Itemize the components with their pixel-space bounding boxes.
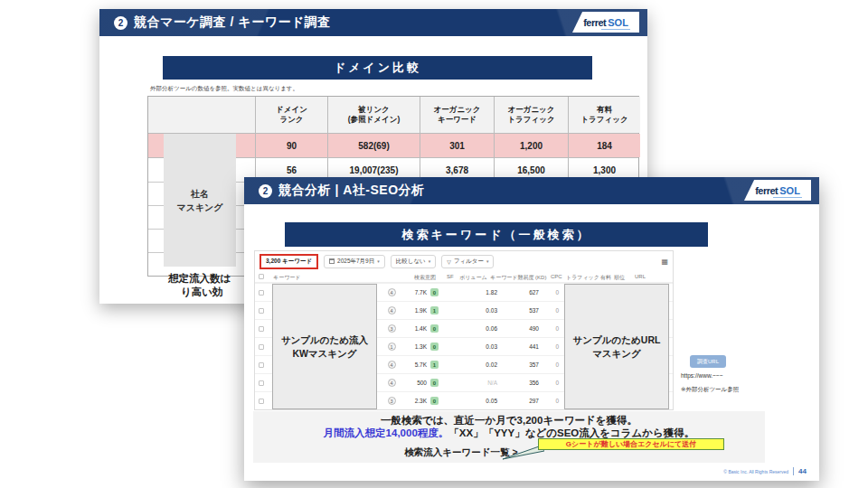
chevron-down-icon: ▾	[429, 258, 431, 264]
copyright-text: © Basic Inc. All Rights Reserved	[723, 469, 788, 474]
col-keyword: キーワード	[273, 274, 300, 282]
filter-label: フィルター	[454, 258, 484, 266]
col-cpc: CPC	[551, 274, 562, 279]
col-traffic: トラフィック	[566, 274, 599, 282]
col-position: 順位	[614, 274, 625, 282]
date-picker-chip[interactable]: 2025年7月9日 ▾	[324, 255, 385, 268]
ferret-sol-logo: ferret SOL	[744, 180, 811, 201]
row-checkbox[interactable]	[259, 308, 264, 314]
section-number-badge: 2	[114, 16, 127, 30]
domain-comparison-banner: ドメイン比較	[163, 56, 592, 80]
section-number-badge: 2	[259, 184, 272, 198]
seo-tool-screenshot: 3,200 キーワード 2025年7月9日 ▾ 比較しない ▾ ▽ フィルター …	[254, 250, 674, 410]
header-organic-keywords: オーガニック キーワード	[420, 97, 494, 133]
back-slide-header: 2 競合マーケ調査 / キーワード調査 ferret SOL	[99, 9, 647, 36]
logo-text-sol: SOL	[779, 185, 800, 196]
back-slide-note-fragment: り高い効	[181, 286, 223, 299]
front-slide-header: 2 競合分析 | A社-SEO分析 ferret SOL	[244, 177, 819, 204]
cell-backlinks: 582(69)	[327, 134, 420, 157]
company-name-mask: 社名 マスキング	[164, 134, 236, 267]
summary-highlight: 月間流入想定14,000程度。	[324, 427, 449, 438]
header-company	[148, 97, 255, 133]
select-all-checkbox[interactable]	[259, 274, 264, 279]
logo-text-ferret: ferret	[583, 17, 606, 28]
col-url: URL	[635, 274, 646, 279]
chevron-down-icon: ▾	[377, 258, 380, 264]
columns-settings-icon[interactable]: ▦	[661, 258, 668, 266]
col-volume: ボリューム	[459, 274, 487, 282]
search-keyword-banner: 検索キーワード（一般検索）	[285, 222, 708, 247]
row-checkbox[interactable]	[259, 399, 264, 404]
col-kd: キーワード難易度 (KD)	[490, 274, 546, 282]
keyword-count-highlight: 3,200 キーワード	[259, 254, 318, 269]
col-intent: 検索意図	[414, 274, 436, 282]
header-backlinks: 被リンク (参照ドメイン)	[327, 97, 420, 133]
gsheet-callout: Gシートが難しい場合エクセルにて送付	[538, 438, 724, 450]
logo-text-sol: SOL	[608, 17, 628, 28]
back-slide-title: 競合マーケ調査 / キーワード調査	[134, 14, 331, 31]
summary-rest: 「XX」「YYY」などのSEO流入をコラムから獲得。	[448, 427, 694, 438]
tool-toolbar: 3,200 キーワード 2025年7月9日 ▾ 比較しない ▾ ▽ フィルター …	[255, 251, 673, 271]
cell-organic-traffic: 1,200	[494, 134, 568, 157]
survey-url-button[interactable]: 調査URL	[690, 355, 726, 368]
row-checkbox[interactable]	[259, 326, 264, 332]
compare-label: 比較しない	[396, 258, 426, 266]
footer-divider	[793, 467, 794, 475]
summary-line-1: 一般検索では、直近一か月で3,200キーワードを獲得。	[253, 414, 765, 427]
front-slide-title: 競合分析 | A社-SEO分析	[278, 183, 425, 199]
survey-url-text: https://www.~~~	[681, 372, 722, 379]
summary-panel: 一般検索では、直近一か月で3,200キーワードを獲得。 月間流入想定14,000…	[253, 411, 765, 463]
compare-dropdown-chip[interactable]: 比較しない ▾	[391, 255, 436, 268]
filter-dropdown-chip[interactable]: ▽ フィルター ▾	[441, 255, 494, 268]
cell-organic-keywords: 301	[420, 134, 494, 157]
ferret-sol-logo: ferret SOL	[572, 12, 639, 33]
row-checkbox[interactable]	[259, 380, 264, 386]
external-tool-note: ※外部分析ツール参照	[681, 386, 739, 394]
logo-tagline-bar	[773, 197, 802, 199]
page-number: 44	[798, 467, 807, 475]
header-domain-rank: ドメイン ランク	[255, 97, 327, 133]
slide-footer: © Basic Inc. All Rights Reserved 44	[723, 467, 807, 475]
keyword-mask: サンプルのため流入 KWマスキング	[272, 284, 377, 409]
cell-paid-traffic: 184	[568, 134, 640, 157]
cell-domain-rank: 90	[255, 134, 327, 157]
row-checkbox[interactable]	[259, 344, 264, 350]
chevron-down-icon: ▾	[486, 258, 489, 264]
logo-text-ferret: ferret	[755, 185, 778, 196]
data-source-note: 外部分析ツールの数値を参照。実数値とは異なります。	[150, 85, 298, 93]
col-paid: 有料	[600, 274, 611, 282]
back-slide-note-fragment: 想定流入数は	[168, 272, 231, 286]
header-organic-traffic: オーガニック トラフィック	[494, 97, 568, 133]
calendar-icon	[329, 258, 335, 264]
slide-seo-analysis: 2 競合分析 | A社-SEO分析 ferret SOL 検索キーワード（一般検…	[244, 177, 819, 481]
col-sf: SF	[447, 274, 454, 279]
table-header-row: ドメイン ランク 被リンク (参照ドメイン) オーガニック キーワード オーガニ…	[148, 97, 638, 133]
date-label: 2025年7月9日	[337, 258, 374, 266]
page: 2 競合マーケ調査 / キーワード調査 ferret SOL ドメイン比較 外部…	[0, 0, 868, 488]
tool-column-headers: キーワード 検索意図 SF ボリューム キーワード難易度 (KD) CPC トラ…	[255, 271, 673, 283]
row-checkbox[interactable]	[259, 362, 264, 368]
filter-icon: ▽	[447, 258, 451, 265]
url-mask: サンプルのためURL マスキング	[564, 284, 669, 409]
header-paid-traffic: 有料 トラフィック	[568, 97, 640, 133]
row-checkbox[interactable]	[259, 290, 264, 296]
logo-tagline-bar	[601, 29, 630, 31]
